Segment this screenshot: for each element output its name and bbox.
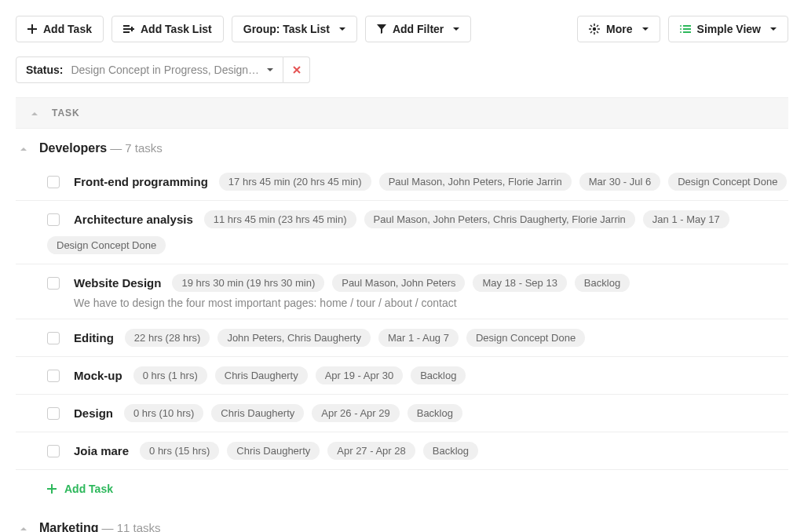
task-row: Mock-up 0 hrs (1 hrs) Chris Daugherty Ap…	[16, 357, 788, 395]
status-pill: Backlog	[407, 404, 462, 422]
task-checkbox[interactable]	[47, 277, 60, 290]
dates-pill: Jan 1 - May 17	[643, 210, 729, 228]
task-row: Website Design 19 hrs 30 min (19 hrs 30 …	[16, 264, 788, 319]
task-name[interactable]: Editing	[74, 331, 114, 344]
group-row-marketing: Marketing — 11 tasks	[16, 508, 788, 532]
svg-line-8	[597, 25, 598, 27]
svg-point-0	[593, 27, 596, 31]
add-task-list-label: Add Task List	[141, 23, 212, 35]
plus-icon	[47, 484, 57, 494]
task-name[interactable]: Design	[74, 406, 113, 420]
gear-icon	[589, 24, 600, 35]
dates-pill: Apr 19 - Apr 30	[316, 366, 403, 384]
task-name[interactable]: Website Design	[74, 276, 161, 290]
people-pill: Chris Daugherty	[211, 404, 304, 422]
filter-icon	[377, 24, 386, 34]
task-checkbox[interactable]	[47, 445, 60, 457]
add-filter-label: Add Filter	[393, 23, 444, 35]
task-list-developers: Front-end programming 17 hrs 45 min (20 …	[16, 163, 788, 508]
group-toggle-icon[interactable]	[20, 147, 27, 151]
table-header: TASK	[16, 97, 788, 129]
group-meta: — 11 tasks	[101, 521, 160, 532]
list-icon	[680, 24, 691, 34]
task-name[interactable]: Joia mare	[74, 444, 129, 457]
status-pill: Backlog	[575, 274, 630, 292]
task-row: Design 0 hrs (10 hrs) Chris Daugherty Ap…	[16, 395, 788, 432]
dates-pill: Apr 26 - Apr 29	[312, 404, 399, 422]
status-pill: Design Concept Done	[47, 236, 166, 254]
list-plus-icon	[123, 24, 134, 34]
toolbar: Add Task Add Task List Group: Task List …	[16, 16, 788, 42]
dates-pill: Apr 27 - Apr 28	[327, 442, 415, 460]
people-pill: Chris Daugherty	[215, 366, 308, 384]
status-filter-value: Design Concept in Progress, Design…	[71, 64, 259, 76]
people-pill: Paul Mason, John Peters	[332, 274, 465, 292]
task-name[interactable]: Front-end programming	[74, 175, 208, 188]
add-task-inline-label: Add Task	[64, 483, 113, 495]
group-meta: — 7 tasks	[110, 141, 163, 155]
task-checkbox[interactable]	[47, 332, 60, 344]
task-description: We have to design the four most importan…	[47, 297, 788, 309]
people-pill: Paul Mason, John Peters, Florie Jarrin	[379, 173, 572, 191]
time-pill: 22 hrs (28 hrs)	[125, 329, 210, 347]
status-pill: Design Concept Done	[668, 173, 787, 191]
task-row: Joia mare 0 hrs (15 hrs) Chris Daugherty…	[16, 432, 788, 470]
status-filter[interactable]: Status: Design Concept in Progress, Desi…	[16, 56, 283, 83]
group-name: Developers	[39, 141, 107, 155]
people-pill: Paul Mason, John Peters, Chris Daugherty…	[364, 210, 635, 228]
status-pill: Design Concept Done	[466, 329, 585, 347]
dates-pill: Mar 1 - Aug 7	[378, 329, 459, 347]
task-row: Editing 22 hrs (28 hrs) John Peters, Chr…	[16, 319, 788, 357]
add-task-list-button[interactable]: Add Task List	[111, 16, 224, 42]
task-checkbox[interactable]	[47, 213, 60, 226]
people-pill: John Peters, Chris Daugherty	[217, 329, 371, 347]
add-task-inline-button[interactable]: Add Task	[16, 470, 788, 508]
add-task-button[interactable]: Add Task	[16, 16, 104, 42]
task-name[interactable]: Architecture analysis	[74, 213, 193, 226]
task-checkbox[interactable]	[47, 176, 60, 188]
people-pill: Chris Daugherty	[227, 442, 320, 460]
task-checkbox[interactable]	[47, 370, 60, 382]
caret-down-icon	[267, 68, 273, 72]
more-button[interactable]: More	[577, 16, 660, 42]
task-row: Front-end programming 17 hrs 45 min (20 …	[16, 163, 788, 201]
caret-down-icon	[642, 27, 649, 31]
group-row-developers: Developers — 7 tasks	[16, 129, 788, 163]
svg-line-7	[590, 31, 592, 33]
add-task-label: Add Task	[43, 23, 92, 35]
svg-point-9	[680, 25, 682, 27]
dates-pill: Mar 30 - Jul 6	[579, 173, 660, 191]
status-pill: Backlog	[411, 366, 466, 384]
group-button[interactable]: Group: Task List	[232, 16, 357, 42]
caret-down-icon	[770, 27, 777, 31]
close-icon	[293, 66, 301, 74]
clear-filter-button[interactable]	[283, 56, 310, 83]
task-row: Architecture analysis 11 hrs 45 min (23 …	[16, 201, 788, 264]
group-name: Marketing	[39, 521, 99, 532]
time-pill: 0 hrs (1 hrs)	[133, 366, 207, 384]
status-pill: Backlog	[423, 442, 478, 460]
filter-row: Status: Design Concept in Progress, Desi…	[16, 56, 788, 83]
plus-icon	[27, 24, 37, 34]
caret-down-icon	[453, 27, 459, 31]
svg-point-10	[680, 28, 682, 30]
column-task[interactable]: TASK	[52, 107, 80, 118]
svg-line-5	[590, 25, 592, 27]
time-pill: 0 hrs (15 hrs)	[140, 442, 219, 460]
simple-view-button[interactable]: Simple View	[668, 16, 788, 42]
simple-view-label: Simple View	[697, 23, 761, 35]
group-label: Group: Task List	[243, 23, 330, 35]
task-name[interactable]: Mock-up	[74, 369, 122, 382]
time-pill: 19 hrs 30 min (19 hrs 30 min)	[172, 274, 324, 292]
time-pill: 11 hrs 45 min (23 hrs 45 min)	[204, 210, 356, 228]
add-filter-button[interactable]: Add Filter	[365, 16, 471, 42]
dates-pill: May 18 - Sep 13	[473, 274, 566, 292]
task-checkbox[interactable]	[47, 407, 60, 420]
time-pill: 0 hrs (10 hrs)	[124, 404, 203, 422]
status-filter-label: Status:	[26, 64, 63, 76]
caret-down-icon	[339, 27, 345, 31]
group-toggle-icon[interactable]	[20, 527, 27, 530]
collapse-all-icon[interactable]	[31, 111, 38, 115]
svg-line-6	[597, 31, 598, 33]
svg-point-11	[680, 31, 682, 33]
